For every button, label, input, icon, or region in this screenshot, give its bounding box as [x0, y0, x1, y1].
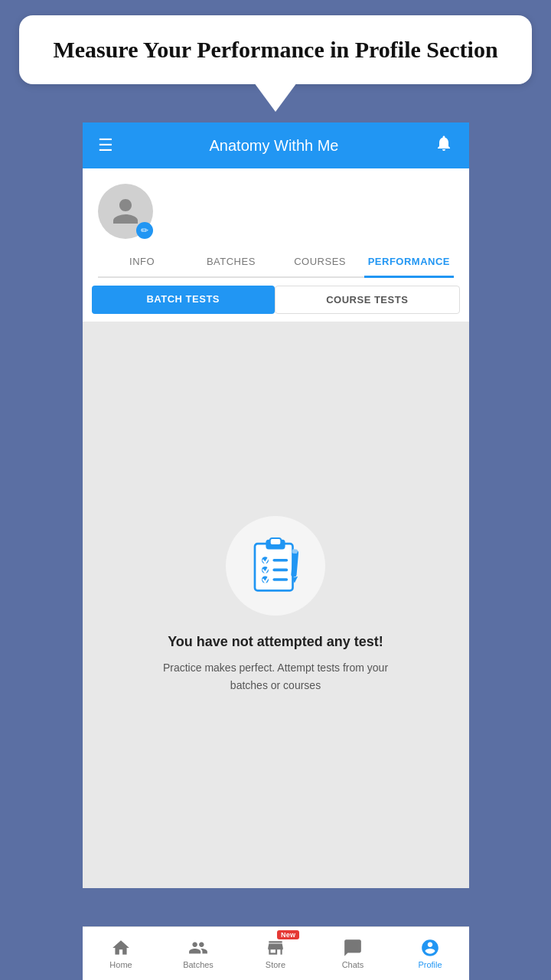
svg-rect-5: [272, 559, 288, 562]
hamburger-icon[interactable]: ☰: [98, 136, 113, 155]
empty-title: You have not attempted any test!: [168, 634, 383, 650]
app-title: Anatomy Withh Me: [210, 137, 339, 155]
tooltip-bubble: Measure Your Performance in Profile Sect…: [19, 15, 532, 84]
top-nav: ☰ Anatomy Withh Me: [83, 122, 469, 168]
nav-item-profile[interactable]: Profile: [392, 927, 469, 980]
tabs-row: INFO BATCHES COURSES PERFORMANCE: [98, 247, 454, 278]
nav-label-home: Home: [109, 960, 132, 969]
content-area: You have not attempted any test! Practic…: [83, 322, 469, 888]
tab-batches[interactable]: BATCHES: [187, 247, 276, 276]
nav-label-profile: Profile: [418, 960, 442, 969]
nav-label-store: Store: [266, 960, 285, 969]
empty-desc: Practice makes perfect. Attempt tests fr…: [161, 659, 390, 694]
app-container: ☰ Anatomy Withh Me ✏ INFO BATCHES COURSE…: [83, 122, 469, 888]
tab-info[interactable]: INFO: [98, 247, 187, 276]
nav-item-home[interactable]: Home: [83, 927, 160, 980]
nav-label-chats: Chats: [342, 960, 364, 969]
nav-item-store[interactable]: New Store: [237, 927, 315, 980]
svg-rect-9: [272, 578, 288, 581]
empty-icon-wrap: [226, 516, 325, 616]
sub-tab-batch-tests[interactable]: BATCH TESTS: [92, 286, 276, 314]
store-new-badge: New: [277, 930, 299, 939]
sub-tabs-row: BATCH TESTS COURSE TESTS: [83, 278, 469, 322]
svg-rect-7: [272, 569, 288, 572]
tab-performance[interactable]: PERFORMANCE: [364, 247, 453, 276]
tooltip-text: Measure Your Performance in Profile Sect…: [53, 37, 497, 62]
profile-section: ✏ INFO BATCHES COURSES PERFORMANCE: [83, 168, 469, 278]
sub-tab-course-tests[interactable]: COURSE TESTS: [275, 286, 460, 314]
bottom-nav: Home Batches New Store Chats Profile: [83, 926, 469, 980]
svg-rect-2: [270, 538, 281, 545]
tab-courses[interactable]: COURSES: [276, 247, 364, 276]
avatar-wrap: ✏: [98, 184, 153, 239]
nav-item-batches[interactable]: Batches: [160, 927, 237, 980]
svg-rect-12: [292, 549, 298, 554]
nav-label-batches: Batches: [183, 960, 214, 969]
bell-icon[interactable]: [435, 134, 453, 157]
edit-badge[interactable]: ✏: [136, 222, 153, 239]
svg-rect-0: [255, 544, 293, 590]
nav-item-chats[interactable]: Chats: [315, 927, 392, 980]
